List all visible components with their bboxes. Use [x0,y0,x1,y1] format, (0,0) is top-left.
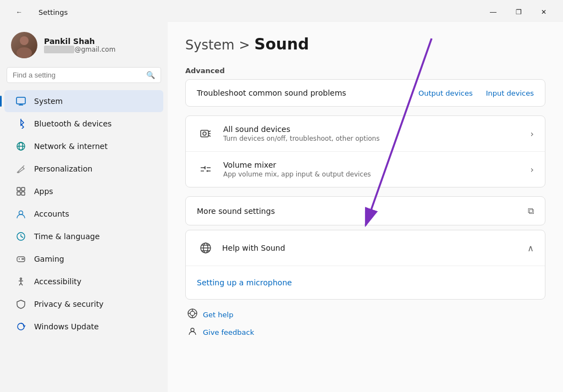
svg-rect-11 [21,187,25,191]
sidebar: Pankil Shah ██████@gmail.com 🔍 SystemBlu… [0,22,168,392]
sound-cards-list: All sound devices Turn devices on/off, t… [185,115,545,187]
svg-point-23 [20,278,22,280]
get-help-icon [187,308,197,321]
sidebar-item-label-system: System [34,97,63,106]
sidebar-item-personalization[interactable]: Personalization [4,158,163,180]
svg-point-22 [23,258,24,260]
personalization-icon [15,163,26,174]
more-sound-title: More sound settings [197,207,275,216]
svg-point-48 [190,311,195,316]
troubleshoot-title: Troubleshoot common sound problems [197,89,346,97]
get-help-label: Get help [203,311,233,319]
minimize-button[interactable]: — [481,3,506,21]
sidebar-item-apps[interactable]: Apps [4,180,163,202]
svg-rect-13 [21,192,25,195]
search-icon: 🔍 [146,71,155,79]
help-header[interactable]: Help with Sound ∧ [186,230,545,266]
avatar [11,32,37,58]
accounts-icon [15,208,26,219]
svg-point-0 [20,36,29,45]
setup-microphone-link[interactable]: Setting up a microphone [197,275,534,290]
chevron-right-icon: › [531,164,534,175]
svg-point-1 [16,47,32,58]
input-devices-link[interactable]: Input devices [486,89,534,97]
user-email: ██████@gmail.com [44,46,115,53]
sidebar-item-system[interactable]: System [4,90,163,112]
bluetooth-icon [15,118,26,129]
title-bar: ← Settings — ❐ ✕ [0,0,563,22]
give-feedback-icon [187,326,197,338]
help-header-left: Help with Sound [197,239,285,257]
get-help-link[interactable]: Get help [187,308,545,321]
avatar-svg [11,32,37,58]
svg-rect-3 [16,97,25,104]
breadcrumb: System [185,37,235,53]
external-link-icon: ⧉ [528,206,534,216]
windows-update-icon [15,321,26,332]
accessibility-icon [15,276,26,287]
help-content: Setting up a microphone [186,266,545,299]
user-name: Pankil Shah [44,37,115,46]
sidebar-item-label-personalization: Personalization [34,164,92,173]
sidebar-item-accessibility[interactable]: Accessibility [4,270,163,292]
more-sound-card-container: More sound settings ⧉ [185,196,545,225]
chevron-right-icon: › [531,129,534,139]
time-icon [15,231,26,242]
sidebar-item-label-network: Network & internet [34,142,108,151]
all-sound-subtitle: Turn devices on/off, troubleshoot, other… [223,135,379,142]
sidebar-item-label-accessibility: Accessibility [34,277,81,286]
svg-line-27 [21,283,23,285]
card-left: All sound devices Turn devices on/off, t… [197,125,531,142]
sidebar-item-network[interactable]: Network & internet [4,135,163,157]
system-icon [15,96,26,107]
troubleshoot-card: Troubleshoot common sound problems Outpu… [185,79,545,107]
sidebar-item-bluetooth[interactable]: Bluetooth & devices [4,113,163,135]
back-button[interactable]: ← [7,3,32,21]
sidebar-item-accounts[interactable]: Accounts [4,203,163,225]
svg-point-40 [204,167,206,169]
sidebar-item-label-windows-update: Windows Update [34,322,99,331]
apps-icon [15,186,26,197]
sidebar-item-label-gaming: Gaming [34,255,64,263]
app-body: Pankil Shah ██████@gmail.com 🔍 SystemBlu… [0,22,563,392]
volume-mixer-title: Volume mixer [223,161,371,169]
section-label: Advanced [185,67,545,75]
gaming-icon [15,253,26,264]
close-button[interactable]: ✕ [531,3,556,21]
sidebar-item-privacy[interactable]: Privacy & security [4,293,163,315]
window-controls: — ❐ ✕ [481,3,556,21]
help-globe-icon [197,239,214,257]
volume-mixer-icon [197,161,214,178]
user-profile[interactable]: Pankil Shah ██████@gmail.com [0,26,168,67]
volume-mixer-text: Volume mixer App volume mix, app input &… [223,161,371,178]
sidebar-item-label-accounts: Accounts [34,209,69,218]
sidebar-item-gaming[interactable]: Gaming [4,248,163,270]
troubleshoot-row[interactable]: Troubleshoot common sound problems Outpu… [186,80,545,106]
sidebar-item-time[interactable]: Time & language [4,225,163,247]
nav-list: SystemBluetooth & devicesNetwork & inter… [0,90,168,338]
volume-mixer-card[interactable]: Volume mixer App volume mix, app input &… [186,152,545,187]
sidebar-item-label-time: Time & language [34,232,100,241]
sidebar-item-windows-update[interactable]: Windows Update [4,316,163,338]
all-sound-title: All sound devices [223,125,379,134]
help-section: Help with Sound ∧ Setting up a microphon… [185,230,545,300]
svg-rect-12 [17,192,20,195]
maximize-button[interactable]: ❐ [506,3,531,21]
troubleshoot-links: Output devices Input devices [418,89,534,97]
bottom-links: Get help Give feedback [185,308,545,338]
give-feedback-label: Give feedback [203,328,254,336]
svg-rect-30 [201,130,208,137]
all-sound-devices-card[interactable]: All sound devices Turn devices on/off, t… [186,116,545,152]
breadcrumb-separator: > [239,37,250,53]
all-sound-text: All sound devices Turn devices on/off, t… [223,125,379,142]
privacy-icon [15,299,26,310]
page-header: System > Sound [185,35,545,53]
output-devices-link[interactable]: Output devices [418,89,473,97]
more-sound-card[interactable]: More sound settings ⧉ [186,197,545,225]
give-feedback-link[interactable]: Give feedback [187,326,545,338]
svg-line-17 [21,236,23,238]
content-area: System > Sound Advanced Troubleshoot com… [168,22,563,392]
search-box[interactable]: 🔍 [7,67,161,83]
search-input[interactable] [13,71,142,79]
help-collapse-icon: ∧ [527,243,534,253]
